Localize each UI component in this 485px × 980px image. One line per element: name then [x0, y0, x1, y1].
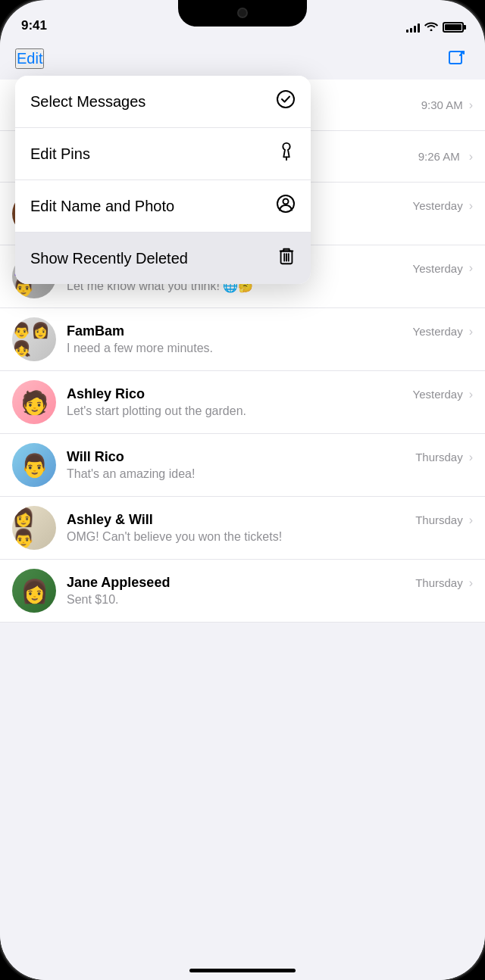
- chevron-vacation: ›: [469, 261, 473, 275]
- camera-dot: [237, 8, 248, 18]
- message-time-ashley-rico: Yesterday ›: [413, 388, 474, 401]
- message-content-fambam: FamBam Yesterday › I need a few more min…: [67, 323, 473, 355]
- message-header-ashley-will: Ashley & Will Thursday ›: [67, 512, 473, 528]
- person-circle-icon: [276, 194, 296, 218]
- menu-item-show-recently-deleted[interactable]: Show Recently Deleted: [15, 233, 311, 284]
- chevron-fambam: ›: [469, 325, 473, 339]
- menu-item-label-edit-pins: Edit Pins: [30, 145, 90, 163]
- avatar-ashley-rico: 🧑: [12, 380, 56, 424]
- trash-icon: [277, 246, 296, 270]
- avatar-will-rico: 👨: [12, 443, 56, 487]
- message-time-dawn-ramirez: Yesterday ›: [413, 199, 474, 213]
- message-name-ashley-rico: Ashley Rico: [67, 386, 145, 402]
- menu-item-edit-name-photo[interactable]: Edit Name and Photo: [15, 180, 311, 233]
- signal-bar-4: [418, 23, 420, 33]
- compose-button[interactable]: [444, 46, 470, 72]
- chevron-ashley-will: ›: [469, 513, 473, 527]
- signal-bars-icon: [406, 22, 420, 33]
- menu-item-label-recently-deleted: Show Recently Deleted: [30, 250, 188, 267]
- phone-frame: 9:41: [0, 0, 485, 980]
- message-time-ashley-will: Thursday ›: [415, 513, 473, 527]
- wifi-icon: [424, 21, 438, 33]
- message-content-will-rico: Will Rico Thursday › That's an amazing i…: [67, 449, 473, 481]
- message-preview-will-rico: That's an amazing idea!: [67, 467, 473, 481]
- battery-icon: [443, 22, 464, 33]
- message-item-jane-appleseed[interactable]: 👩 Jane Appleseed Thursday › Sent $10.: [0, 560, 485, 623]
- message-header-fambam: FamBam Yesterday ›: [67, 323, 473, 339]
- message-name-jane-appleseed: Jane Appleseed: [67, 575, 170, 591]
- battery-fill: [445, 24, 462, 30]
- avatar-ashley-will: 👩👨: [12, 506, 56, 550]
- message-name-fambam: FamBam: [67, 323, 124, 339]
- message-header-will-rico: Will Rico Thursday ›: [67, 449, 473, 465]
- signal-bar-2: [410, 28, 412, 33]
- partial-time-2: 9:26 AM: [418, 150, 460, 163]
- message-time-vacation: Yesterday ›: [413, 261, 474, 275]
- svg-point-1: [277, 91, 294, 108]
- message-content-jane-appleseed: Jane Appleseed Thursday › Sent $10.: [67, 575, 473, 607]
- pin-icon: [277, 142, 296, 166]
- signal-bar-1: [406, 30, 408, 33]
- menu-item-edit-pins[interactable]: Edit Pins: [15, 128, 311, 180]
- message-item-fambam[interactable]: 👨👩👧 FamBam Yesterday › I need a few more…: [0, 308, 485, 371]
- message-time-will-rico: Thursday ›: [415, 451, 473, 464]
- message-name-ashley-will: Ashley & Will: [67, 512, 153, 528]
- menu-item-label-select-messages: Select Messages: [30, 93, 146, 111]
- signal-bar-3: [414, 26, 416, 33]
- message-preview-fambam: I need a few more minutes.: [67, 342, 473, 355]
- compose-icon: [447, 49, 467, 69]
- message-time-fambam: Yesterday ›: [413, 325, 474, 339]
- message-name-will-rico: Will Rico: [67, 449, 124, 465]
- message-item-ashley-rico[interactable]: 🧑 Ashley Rico Yesterday › Let's start pl…: [0, 371, 485, 434]
- status-time: 9:41: [21, 18, 47, 33]
- message-item-ashley-will[interactable]: 👩👨 Ashley & Will Thursday › OMG! Can't b…: [0, 497, 485, 560]
- notch: [178, 0, 307, 27]
- edit-button[interactable]: Edit: [15, 48, 44, 69]
- chevron-dawn: ›: [469, 199, 473, 213]
- message-preview-jane-appleseed: Sent $10.: [67, 593, 473, 607]
- message-header-jane-appleseed: Jane Appleseed Thursday ›: [67, 575, 473, 591]
- message-preview-ashley-rico: Let's start plotting out the garden.: [67, 404, 473, 418]
- phone-screen: 9:41: [0, 0, 485, 980]
- chevron-will-rico: ›: [469, 451, 473, 464]
- avatar-fambam: 👨👩👧: [12, 317, 56, 361]
- message-item-will-rico[interactable]: 👨 Will Rico Thursday › That's an amazing…: [0, 434, 485, 497]
- partial-time-1: 9:30 AM: [421, 98, 463, 111]
- menu-item-label-edit-name-photo: Edit Name and Photo: [30, 198, 174, 215]
- svg-rect-0: [449, 51, 462, 64]
- avatar-jane-appleseed: 👩: [12, 569, 56, 613]
- chevron-1: ›: [469, 98, 473, 112]
- svg-point-4: [283, 199, 289, 204]
- message-content-ashley-will: Ashley & Will Thursday › OMG! Can't beli…: [67, 512, 473, 544]
- message-content-ashley-rico: Ashley Rico Yesterday › Let's start plot…: [67, 386, 473, 418]
- message-preview-ashley-will: OMG! Can't believe you won the tickets!: [67, 530, 473, 544]
- message-time-jane-appleseed: Thursday ›: [415, 576, 473, 590]
- circle-check-icon: [276, 89, 296, 114]
- menu-item-select-messages[interactable]: Select Messages: [15, 76, 311, 128]
- chevron-2: ›: [469, 150, 473, 164]
- message-header-ashley-rico: Ashley Rico Yesterday ›: [67, 386, 473, 402]
- chevron-jane: ›: [469, 576, 473, 590]
- chevron-ashley-rico: ›: [469, 388, 473, 401]
- nav-bar: Edit: [0, 38, 485, 80]
- status-icons: [406, 21, 464, 33]
- home-indicator: [189, 969, 296, 972]
- dropdown-menu: Select Messages Edit Pins: [15, 76, 311, 284]
